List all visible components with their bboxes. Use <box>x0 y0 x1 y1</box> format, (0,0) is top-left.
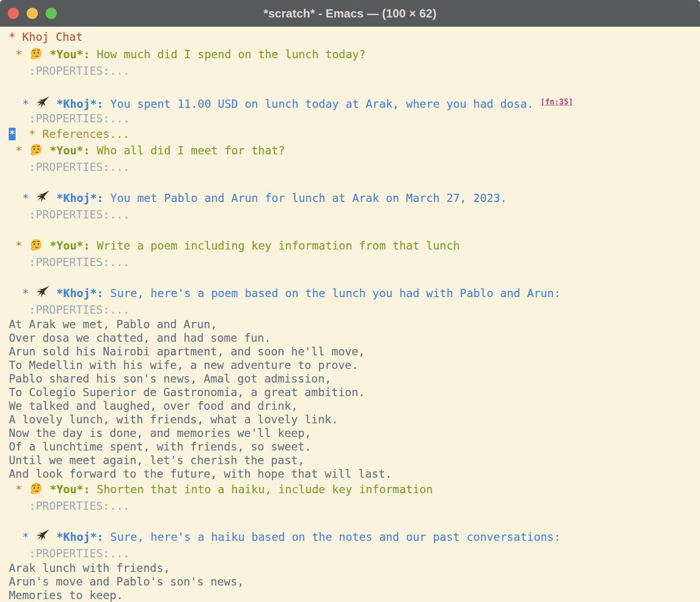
references-heading-line[interactable]: * * References... <box>9 126 700 142</box>
message-text: Write a poem including key information f… <box>90 239 460 252</box>
thinking-face-icon <box>30 482 43 495</box>
properties-drawer[interactable]: :PROPERTIES:... <box>9 111 700 126</box>
org-stars: * <box>9 483 29 496</box>
poem-text: And look forward to the future, with hop… <box>9 468 392 480</box>
poem-line[interactable]: Over dosa we chatted, and had some fun. <box>9 331 700 345</box>
message-text: You met Pablo and Arun for lunch at Arak… <box>103 192 507 204</box>
poem-text: Arun sold his Nairobi apartment, and soo… <box>9 345 365 358</box>
org-stars: * <box>9 192 35 204</box>
eagle-icon <box>36 191 49 204</box>
poem-text: Over dosa we chatted, and had some fun. <box>9 332 271 344</box>
speaker-khoj: *Khoj*: <box>56 192 103 204</box>
poem-line[interactable]: To Colegio Superior de Gastronomia, a gr… <box>9 385 700 399</box>
haiku-line[interactable]: Arak lunch with friends, <box>9 561 700 575</box>
poem-text: To Colegio Superior de Gastronomia, a gr… <box>9 386 365 399</box>
message-text: How much did I spend on the lunch today? <box>90 48 366 61</box>
poem-line[interactable]: And look forward to the future, with hop… <box>9 467 700 481</box>
text-run <box>43 483 50 496</box>
zoom-button[interactable] <box>46 8 57 19</box>
properties-folded: :PROPERTIES:... <box>9 500 130 512</box>
you-message-1[interactable]: * *You*: How much did I spend on the lun… <box>9 46 700 63</box>
properties-folded: :PROPERTIES:... <box>9 208 130 221</box>
properties-folded: :PROPERTIES:... <box>9 65 130 77</box>
you-message-4[interactable]: * *You*: Shorten that into a haiku, incl… <box>9 481 700 498</box>
blank-line[interactable] <box>9 514 700 528</box>
blank-line[interactable] <box>9 79 700 93</box>
blank-line[interactable] <box>9 270 700 284</box>
message-text: Sure, here's a haiku based on the notes … <box>103 531 561 543</box>
poem-line[interactable]: Pablo shared his son's news, Amal got ad… <box>9 372 700 385</box>
properties-folded: :PROPERTIES:... <box>9 303 130 316</box>
properties-drawer[interactable]: :PROPERTIES:... <box>9 498 700 514</box>
haiku-text: Arak lunch with friends, <box>9 562 170 574</box>
properties-drawer[interactable]: :PROPERTIES:... <box>9 302 700 318</box>
text-run <box>50 287 56 300</box>
blank-line[interactable] <box>9 222 700 237</box>
speaker-you: *You*: <box>50 48 90 61</box>
org-heading-khoj-chat[interactable]: * Khoj Chat <box>9 28 700 46</box>
emacs-window: *scratch* - Emacs — (100 × 62) * Khoj Ch… <box>0 0 700 602</box>
text-run <box>50 98 56 110</box>
footnote-link[interactable]: [fn:35] <box>540 97 573 106</box>
text-cursor: * <box>9 128 16 140</box>
properties-drawer[interactable]: :PROPERTIES:... <box>9 546 700 561</box>
org-stars: * <box>9 531 35 543</box>
haiku-line[interactable]: Arun's move and Pablo's son's news, <box>9 575 700 588</box>
haiku-line[interactable]: Memories to keep. <box>9 588 700 602</box>
eagle-icon <box>36 97 49 110</box>
text-run <box>43 48 50 61</box>
poem-text: At Arak we met, Pablo and Arun, <box>9 318 217 331</box>
khoj-message-4[interactable]: * *Khoj*: Sure, here's a haiku based on … <box>9 528 700 546</box>
poem-text: To Medellin with his wife, a new adventu… <box>9 359 358 371</box>
text-run <box>16 128 29 140</box>
text-run <box>50 192 56 204</box>
poem-line[interactable]: Arun sold his Nairobi apartment, and soo… <box>9 345 700 358</box>
org-stars: * <box>9 144 29 157</box>
poem-line[interactable]: Now the day is done, and memories we'll … <box>9 426 700 440</box>
haiku-text: Arun's move and Pablo's son's news, <box>9 575 244 588</box>
poem-line[interactable]: At Arak we met, Pablo and Arun, <box>9 318 700 331</box>
poem-line[interactable]: To Medellin with his wife, a new adventu… <box>9 358 700 372</box>
haiku-text: Memories to keep. <box>9 589 123 602</box>
properties-drawer[interactable]: :PROPERTIES:... <box>9 254 700 270</box>
eagle-icon <box>36 530 49 543</box>
properties-folded: :PROPERTIES:... <box>9 256 130 268</box>
khoj-message-1[interactable]: * *Khoj*: You spent 11.00 USD on lunch t… <box>9 93 700 111</box>
traffic-lights <box>8 8 57 19</box>
close-button[interactable] <box>8 8 19 19</box>
poem-line[interactable]: Of a lunchtime spent, with friends, so s… <box>9 440 700 453</box>
poem-line[interactable]: We talked and laughed, over food and dri… <box>9 399 700 413</box>
you-message-3[interactable]: * *You*: Write a poem including key info… <box>9 237 700 254</box>
poem-text: Of a lunchtime spent, with friends, so s… <box>9 440 311 453</box>
thinking-face-icon <box>30 238 43 251</box>
speaker-khoj: *Khoj*: <box>56 531 103 543</box>
message-text: Who all did I meet for that? <box>90 144 285 157</box>
message-text: Shorten that into a haiku, include key i… <box>90 483 433 496</box>
poem-line[interactable]: A lovely lunch, with friends, what a lov… <box>9 413 700 426</box>
window-titlebar[interactable]: *scratch* - Emacs — (100 × 62) <box>0 0 700 27</box>
properties-drawer[interactable]: :PROPERTIES:... <box>9 207 700 222</box>
properties-drawer[interactable]: :PROPERTIES:... <box>9 159 700 175</box>
speaker-you: *You*: <box>50 144 90 157</box>
speaker-khoj: *Khoj*: <box>56 287 103 300</box>
poem-line[interactable]: Until we meet again, let's cherish the p… <box>9 453 700 467</box>
properties-drawer[interactable]: :PROPERTIES:... <box>9 63 700 79</box>
speaker-you: *You*: <box>50 483 90 496</box>
text-run <box>50 531 56 543</box>
khoj-message-3[interactable]: * *Khoj*: Sure, here's a poem based on t… <box>9 284 700 302</box>
khoj-message-2[interactable]: * *Khoj*: You met Pablo and Arun for lun… <box>9 189 700 207</box>
thinking-face-icon <box>30 47 43 60</box>
properties-folded: :PROPERTIES:... <box>9 547 130 560</box>
blank-line[interactable] <box>9 175 700 189</box>
references-heading[interactable]: * References... <box>29 128 130 140</box>
org-stars: * <box>9 98 35 110</box>
org-stars: * <box>9 287 35 300</box>
buffer[interactable]: * Khoj Chat * *You*: How much did I spen… <box>0 27 700 602</box>
text-run <box>43 239 50 252</box>
poem-text: Pablo shared his son's news, Amal got ad… <box>9 372 332 385</box>
you-message-2[interactable]: * *You*: Who all did I meet for that? <box>9 142 700 159</box>
minimize-button[interactable] <box>27 8 38 19</box>
message-text: You spent 11.00 USD on lunch today at Ar… <box>103 98 540 110</box>
text-run <box>43 144 50 157</box>
speaker-you: *You*: <box>50 239 90 252</box>
